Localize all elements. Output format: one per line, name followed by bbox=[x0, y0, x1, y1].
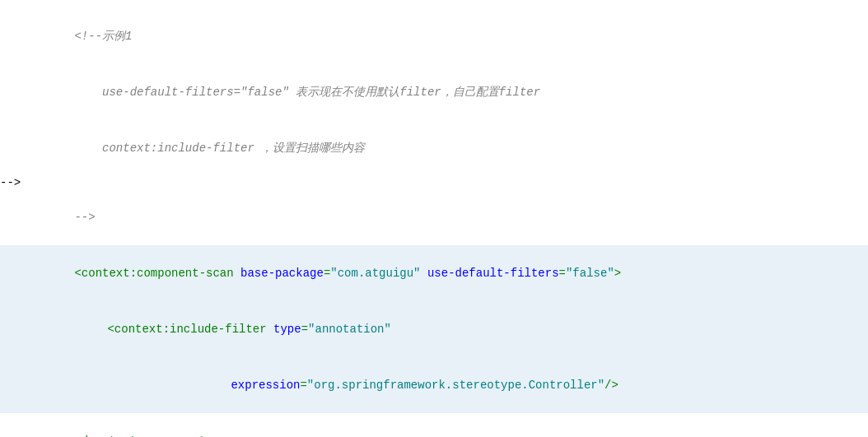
code-line-5: <context:component-scan base-package="co… bbox=[0, 245, 868, 301]
code-line-7: expression="org.springframework.stereoty… bbox=[0, 357, 868, 413]
attr-value-annotation: "annotation" bbox=[308, 323, 391, 336]
attr-base-package: base-package bbox=[240, 267, 324, 280]
attr-expression: expression bbox=[231, 379, 300, 392]
code-line-8: </context:component-scan> bbox=[0, 413, 868, 437]
attr-value-com-atguigu: "com.atguigu" bbox=[330, 267, 420, 280]
comment-close: --> bbox=[74, 211, 95, 224]
include-filter-tag: <context:include-filter bbox=[107, 323, 273, 336]
line-content-2: use-default-filters="false" 表示现在不使用默认fil… bbox=[25, 65, 868, 119]
line-content-5: <context:component-scan base-package="co… bbox=[25, 246, 868, 300]
comment-text-3: context:include-filter ，设置扫描哪些内容 bbox=[74, 142, 365, 155]
line-content-7: expression="org.springframework.stereoty… bbox=[25, 358, 868, 412]
attr-use-default-filters: use-default-filters bbox=[427, 267, 559, 280]
code-line-4: --> bbox=[0, 189, 868, 245]
attr-value-false: "false" bbox=[566, 267, 614, 280]
line-content-6: <context:include-filter type="annotation… bbox=[25, 302, 868, 356]
code-line-6: <context:include-filter type="annotation… bbox=[0, 301, 868, 357]
line-content-4: --> bbox=[25, 190, 868, 244]
tag-open: <context:component-scan bbox=[74, 267, 240, 280]
comment-text-2: use-default-filters="false" 表示现在不使用默认fil… bbox=[74, 86, 540, 99]
attr-value-expression: "org.springframework.stereotype.Controll… bbox=[307, 379, 604, 392]
code-line-3: context:include-filter ，设置扫描哪些内容 bbox=[0, 120, 868, 176]
code-line-1: <!--示例1 bbox=[0, 8, 868, 64]
code-line-2: use-default-filters="false" 表示现在不使用默认fil… bbox=[0, 64, 868, 120]
line-content-8: </context:component-scan> bbox=[25, 414, 868, 437]
line-content-1: <!--示例1 bbox=[25, 9, 868, 63]
code-container: <!--示例1 use-default-filters="false" 表示现在… bbox=[0, 0, 868, 437]
line-content-3: context:include-filter ，设置扫描哪些内容 bbox=[25, 121, 868, 175]
comment-text: <!--示例1 bbox=[74, 30, 132, 43]
attr-type: type bbox=[273, 323, 301, 336]
